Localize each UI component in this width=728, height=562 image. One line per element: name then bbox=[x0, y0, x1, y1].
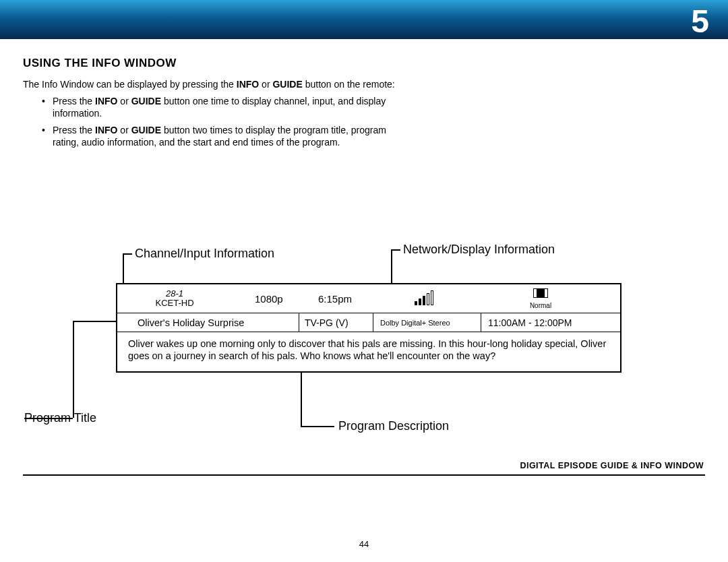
info-row-2: Oliver's Holiday Surprise TV-PG (V) Dolb… bbox=[117, 313, 620, 332]
cell-resolution: 1080p bbox=[232, 284, 313, 313]
connector-line bbox=[301, 368, 302, 426]
text: or bbox=[259, 79, 272, 90]
text-bold: GUIDE bbox=[272, 79, 302, 90]
text-bold: INFO bbox=[95, 96, 117, 106]
text: button on the remote: bbox=[303, 79, 395, 90]
cell-aspect: Normal bbox=[461, 284, 620, 313]
connector-line bbox=[123, 253, 132, 255]
text-bold: INFO bbox=[95, 125, 117, 135]
connector-line bbox=[301, 426, 334, 427]
callout-channel-input: Channel/Input Information bbox=[135, 247, 274, 261]
text: Press the bbox=[53, 125, 95, 135]
intro-paragraph: The Info Window can be displayed by pres… bbox=[23, 78, 407, 90]
text-bold: GUIDE bbox=[131, 96, 161, 106]
connector-line bbox=[73, 321, 74, 418]
channel-number: 28-1 bbox=[123, 289, 226, 299]
text: The Info Window can be displayed by pres… bbox=[23, 79, 237, 90]
connector-line bbox=[391, 249, 400, 251]
text: or bbox=[117, 125, 131, 135]
section-heading: USING THE INFO WINDOW bbox=[23, 57, 705, 70]
list-item: Press the INFO or GUIDE button two times… bbox=[53, 125, 394, 148]
cell-rating: TV-PG (V) bbox=[299, 313, 373, 332]
info-window-box: 28-1 KCET-HD 1080p 6:15pm Normal Oliver'… bbox=[116, 283, 621, 373]
footer-rule bbox=[23, 474, 705, 476]
chapter-number: 5 bbox=[691, 3, 709, 40]
channel-name: KCET-HD bbox=[123, 299, 226, 308]
callout-program-description: Program Description bbox=[338, 419, 449, 433]
cell-timespan: 11:00AM - 12:00PM bbox=[481, 313, 620, 332]
body-content: USING THE INFO WINDOW The Info Window ca… bbox=[0, 39, 728, 148]
aspect-ratio-icon bbox=[533, 288, 548, 298]
text-bold: GUIDE bbox=[131, 125, 161, 135]
text-bold: INFO bbox=[237, 79, 259, 90]
signal-bars-icon bbox=[415, 292, 433, 305]
cell-audio: Dolby Digital+ Stereo bbox=[373, 313, 481, 332]
text: or bbox=[117, 96, 131, 106]
info-row-description: Oliver wakes up one morning only to disc… bbox=[117, 332, 620, 371]
cell-channel: 28-1 KCET-HD bbox=[117, 284, 232, 313]
cell-clock: 6:15pm bbox=[313, 284, 387, 313]
aspect-label: Normal bbox=[530, 302, 551, 309]
connector-line bbox=[24, 418, 73, 419]
page-number-bottom: 44 bbox=[0, 539, 728, 549]
bullet-list: Press the INFO or GUIDE button one time … bbox=[23, 96, 394, 148]
footer-section-label: DIGITAL EPISODE GUIDE & INFO WINDOW bbox=[520, 461, 704, 470]
list-item: Press the INFO or GUIDE button one time … bbox=[53, 96, 394, 119]
callout-network-display: Network/Display Information bbox=[403, 243, 555, 257]
text: Press the bbox=[53, 96, 95, 106]
top-banner: 5 bbox=[0, 0, 728, 39]
cell-program-title: Oliver's Holiday Surprise bbox=[117, 313, 299, 332]
cell-signal bbox=[387, 284, 461, 313]
info-row-1: 28-1 KCET-HD 1080p 6:15pm Normal bbox=[117, 284, 620, 313]
